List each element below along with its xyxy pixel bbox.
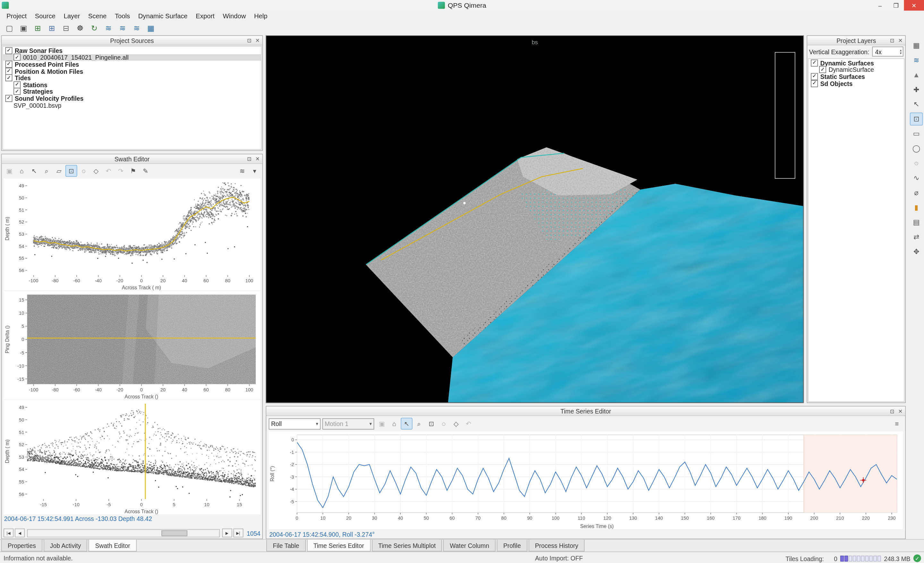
tiles-icon[interactable]: ▤ [910, 216, 923, 228]
float-panel-icon[interactable]: ⊡ [888, 36, 896, 45]
close-panel-icon[interactable]: ✕ [254, 154, 262, 163]
swath-alongtrack-chart[interactable]: 4950515253545556-15-10-5051015Across Tra… [3, 400, 261, 514]
spinner-arrows-icon[interactable]: ▲▼ [899, 49, 902, 54]
close-panel-icon[interactable]: ✕ [896, 36, 905, 45]
undo-icon[interactable]: ↶ [463, 418, 474, 430]
polygon-select-icon[interactable]: ◇ [90, 165, 102, 177]
tree-item-dynamicsurface[interactable]: ✓DynamicSurface [808, 66, 904, 73]
menu-help[interactable]: Help [250, 12, 272, 19]
checkbox[interactable]: ✓ [6, 67, 12, 75]
checkbox[interactable]: ✓ [819, 66, 826, 73]
add-processed-points-icon[interactable]: ⊞ [45, 21, 58, 34]
tree-item-stations[interactable]: ✓Stations [3, 81, 261, 88]
tree-item-tides[interactable]: ✓Tides [3, 75, 261, 81]
float-panel-icon[interactable]: ⊡ [245, 36, 254, 45]
cursor-icon[interactable]: ↖ [401, 418, 412, 430]
checkbox[interactable]: ✓ [6, 61, 12, 68]
checkbox[interactable]: ✓ [14, 54, 21, 61]
last-ping-button[interactable]: ▶| [233, 529, 243, 538]
swap-layers-icon[interactable]: ⇄ [910, 230, 923, 243]
flag-marker-icon[interactable]: ⚑ [128, 165, 139, 177]
pick-mode-icon[interactable]: ↖ [910, 98, 923, 111]
lasso-selection-icon[interactable]: ◌ [910, 157, 923, 170]
file-table-grid-icon[interactable]: ▦ [910, 39, 923, 52]
float-panel-icon[interactable]: ⊡ [888, 406, 896, 415]
ping-scrollbar-thumb[interactable] [162, 530, 188, 536]
tab-job-activity[interactable]: Job Activity [44, 540, 88, 551]
tree-item-processed-point-files[interactable]: ✓Processed Point Files [3, 61, 261, 68]
menu-tools[interactable]: Tools [111, 12, 134, 19]
preferences-gears-icon[interactable]: ☸ [74, 21, 87, 34]
tree-item-raw-sonar-files[interactable]: ✓Raw Sonar Files [3, 47, 261, 54]
checkbox[interactable]: ✓ [811, 59, 818, 66]
field-selector[interactable]: Roll▾ [269, 418, 321, 429]
menu-scene[interactable]: Scene [84, 12, 111, 19]
checkbox[interactable]: ✓ [6, 75, 12, 81]
next-ping-button[interactable]: ▶ [222, 529, 232, 538]
colormap-icon[interactable]: ▮ [910, 201, 923, 214]
save-icon[interactable]: ▣ [3, 165, 15, 177]
export-surface-icon[interactable]: ≋ [130, 21, 143, 34]
menu-window[interactable]: Window [219, 12, 250, 19]
tab-file-table[interactable]: File Table [266, 540, 306, 551]
tree-item-0010-20040617-154021-pingeline-all[interactable]: ✓0010_20040617_154021_Pingeline.all [3, 54, 261, 61]
first-ping-button[interactable]: |◀ [3, 529, 14, 538]
measure-tool-icon[interactable]: ⌀ [910, 186, 923, 199]
cursor-icon[interactable]: ↖ [28, 165, 40, 177]
new-project-icon[interactable]: ▢ [3, 21, 16, 34]
import-files-icon[interactable]: ⊟ [60, 21, 72, 34]
prev-ping-button[interactable]: ◀ [15, 529, 25, 538]
grid-add-icon[interactable]: ▦ [144, 21, 157, 34]
rect-select-icon[interactable]: ⊡ [66, 165, 77, 177]
lasso-select-icon[interactable]: ◌ [78, 165, 90, 177]
surface-view-icon[interactable]: ≋ [910, 54, 923, 66]
close-panel-icon[interactable]: ✕ [896, 406, 905, 415]
terrain-view-icon[interactable]: ▲ [910, 68, 923, 81]
create-static-surface-icon[interactable]: ≋ [116, 21, 129, 34]
swath-display-options-icon[interactable]: ≋ [237, 165, 248, 177]
tab-swath-editor[interactable]: Swath Editor [88, 540, 136, 551]
tree-item-sd-objects[interactable]: ✓Sd Objects [808, 80, 904, 87]
menu-dynamic-surface[interactable]: Dynamic Surface [134, 12, 192, 19]
tree-item-strategies[interactable]: ✓Strategies [3, 88, 261, 95]
menu-project[interactable]: Project [2, 12, 31, 19]
redo-icon[interactable]: ↷ [115, 165, 127, 177]
minimize-button[interactable]: – [872, 0, 888, 10]
tree-item-sound-velocity-profiles[interactable]: ✓Sound Velocity Profiles [3, 95, 261, 102]
probe-icon[interactable]: ✎ [140, 165, 152, 177]
tab-properties[interactable]: Properties [1, 540, 42, 551]
profile-tool-icon[interactable]: ∿ [910, 171, 923, 184]
maximize-button[interactable]: ❐ [888, 0, 904, 10]
explore-mode-icon[interactable]: ✚ [910, 83, 923, 96]
tab-profile[interactable]: Profile [497, 540, 528, 551]
select-mode-icon[interactable]: ⊡ [910, 112, 923, 126]
rect-selection-icon[interactable]: ▭ [910, 127, 923, 140]
panel-menu-icon[interactable]: ▾ [249, 165, 261, 177]
tab-water-column[interactable]: Water Column [443, 540, 496, 551]
reprocess-icon[interactable]: ↻ [88, 21, 101, 34]
checkbox[interactable]: ✓ [14, 88, 21, 95]
lasso-select-icon[interactable]: ◌ [438, 418, 450, 430]
roll-time-series-chart[interactable]: 0-1-2-3-4-501020304050607080901001101201… [269, 431, 903, 529]
open-project-icon[interactable]: ▣ [17, 21, 30, 34]
motion-selector[interactable]: Motion 1▾ [322, 418, 374, 429]
close-button[interactable]: ✕ [904, 0, 924, 10]
tree-item-static-surfaces[interactable]: ✓Static Surfaces [808, 73, 904, 80]
tree-item-position-motion-files[interactable]: ✓Position & Motion Files [3, 68, 261, 75]
checkbox[interactable]: ✓ [6, 95, 12, 102]
zoom-icon[interactable]: ⌕ [413, 418, 425, 430]
create-dynamic-surface-icon[interactable]: ≋ [102, 21, 115, 34]
checkbox[interactable]: ✓ [14, 81, 21, 88]
tab-process-history[interactable]: Process History [528, 540, 585, 551]
undo-icon[interactable]: ↶ [103, 165, 114, 177]
save-icon[interactable]: ▣ [376, 418, 388, 430]
move-3d-icon[interactable]: ✥ [910, 245, 923, 258]
ping-scrollbar[interactable] [27, 529, 219, 537]
menu-layer[interactable]: Layer [60, 12, 84, 19]
tab-time-series-multiplot[interactable]: Time Series Multiplot [372, 540, 442, 551]
menu-export[interactable]: Export [192, 12, 219, 19]
circle-selection-icon[interactable]: ◯ [910, 142, 923, 155]
checkbox[interactable]: ✓ [6, 47, 12, 54]
tree-item-dynamic-surfaces[interactable]: ✓Dynamic Surfaces [808, 60, 904, 66]
zoom-icon[interactable]: ⌕ [41, 165, 52, 177]
